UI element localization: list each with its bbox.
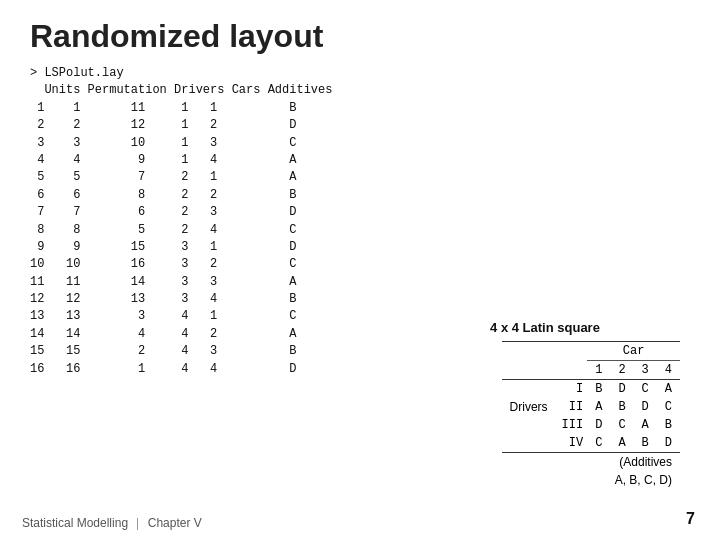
latin-cell: C	[634, 380, 657, 399]
latin-drivers-side-label	[502, 380, 554, 399]
latin-table: Car1234IBDCADriversIIABDCIIIDCABIVCABD(A…	[502, 341, 680, 489]
latin-cell: D	[587, 416, 610, 434]
latin-roman: IV	[554, 434, 588, 453]
latin-cell: A	[587, 398, 610, 416]
latin-cell: B	[657, 416, 680, 434]
latin-cell: B	[634, 434, 657, 453]
page-number: 7	[686, 510, 695, 528]
latin-cell: C	[587, 434, 610, 453]
latin-square-title: 4 x 4 Latin square	[490, 320, 600, 335]
latin-cell: A	[657, 380, 680, 399]
latin-additives-note: (Additives	[502, 453, 680, 472]
latin-car-number: 3	[634, 361, 657, 380]
latin-cell: C	[610, 416, 633, 434]
footer: Statistical Modelling Chapter V	[22, 516, 202, 530]
latin-car-number: 1	[587, 361, 610, 380]
latin-car-empty	[502, 342, 588, 361]
latin-square-container: 4 x 4 Latin square Car1234IBDCADriversII…	[350, 310, 700, 489]
latin-cell: B	[587, 380, 610, 399]
latin-additives-list: A, B, C, D)	[502, 471, 680, 489]
latin-drivers-side-label: Drivers	[502, 398, 554, 416]
latin-table-wrap: Car1234IBDCADriversIIABDCIIIDCABIVCABD(A…	[502, 341, 680, 489]
latin-cell: A	[634, 416, 657, 434]
latin-roman: II	[554, 398, 588, 416]
latin-car-number: 2	[610, 361, 633, 380]
latin-cell: D	[634, 398, 657, 416]
latin-roman: I	[554, 380, 588, 399]
latin-roman: III	[554, 416, 588, 434]
latin-cell: B	[610, 398, 633, 416]
latin-drivers-side-label	[502, 434, 554, 453]
latin-car-label: Car	[587, 342, 680, 361]
footer-chapter: Chapter V	[148, 516, 202, 530]
latin-drivers-side-label	[502, 416, 554, 434]
latin-car-number: 4	[657, 361, 680, 380]
page-title: Randomized layout	[0, 0, 720, 63]
footer-app: Statistical Modelling	[22, 516, 128, 530]
footer-separator	[137, 518, 138, 530]
bottom-section: 4 x 4 Latin square Car1234IBDCADriversII…	[0, 310, 720, 540]
latin-cell: D	[610, 380, 633, 399]
latin-cell: A	[610, 434, 633, 453]
latin-cell: D	[657, 434, 680, 453]
latin-cell: C	[657, 398, 680, 416]
latin-drivers-label	[502, 361, 588, 380]
